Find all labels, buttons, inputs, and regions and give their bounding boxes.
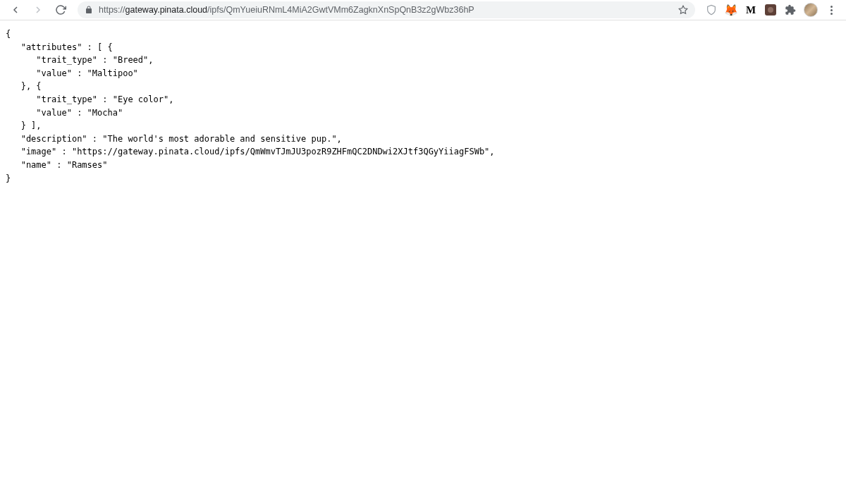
menu-button[interactable]	[825, 4, 838, 16]
json-line: "image" : "https://gateway.pinata.cloud/…	[6, 147, 495, 156]
svg-marker-0	[679, 6, 687, 13]
json-line: "name" : "Ramses"	[6, 160, 108, 170]
shield-extension-icon[interactable]	[705, 4, 718, 16]
json-line: "attributes" : [ {	[6, 42, 113, 52]
json-line: "description" : "The world's most adorab…	[6, 134, 342, 144]
svg-point-2	[768, 7, 773, 13]
url-host: gateway.pinata.cloud	[125, 5, 208, 15]
back-button[interactable]	[6, 0, 25, 20]
reload-button[interactable]	[51, 0, 70, 20]
json-line: "value" : "Maltipoo"	[6, 68, 138, 78]
json-line: "trait_type" : "Eye color",	[6, 94, 173, 104]
extension-icons: 🦊 M	[702, 3, 840, 17]
json-line: "trait_type" : "Breed",	[6, 55, 154, 65]
json-line: {	[6, 29, 11, 39]
profile-avatar[interactable]	[804, 3, 818, 17]
json-line: } ],	[6, 121, 42, 130]
lock-icon	[85, 6, 93, 14]
json-line: }, {	[6, 81, 42, 91]
back-arrow-icon	[10, 4, 21, 16]
url-text: https://gateway.pinata.cloud/ipfs/QmYuei…	[99, 5, 673, 15]
json-line: }	[6, 173, 11, 183]
brown-extension-icon[interactable]	[764, 4, 777, 16]
m-extension-icon[interactable]: M	[744, 4, 757, 16]
reload-icon	[55, 4, 66, 16]
forward-button[interactable]	[28, 0, 48, 20]
url-path: /ipfs/QmYueiuRNmL4MiA2GwtVMm6ZagknXnSpQn…	[207, 5, 474, 15]
puzzle-extension-icon[interactable]	[784, 4, 797, 16]
three-dots-icon	[830, 6, 833, 15]
url-scheme: https://	[99, 5, 125, 15]
json-line: "value" : "Mocha"	[6, 108, 123, 118]
browser-toolbar: https://gateway.pinata.cloud/ipfs/QmYuei…	[0, 0, 846, 20]
metamask-extension-icon[interactable]: 🦊	[725, 4, 737, 16]
address-bar[interactable]: https://gateway.pinata.cloud/ipfs/QmYuei…	[78, 1, 695, 18]
json-content: { "attributes" : [ { "trait_type" : "Bre…	[0, 20, 846, 192]
forward-arrow-icon	[32, 4, 44, 16]
bookmark-star-icon[interactable]	[678, 5, 688, 15]
